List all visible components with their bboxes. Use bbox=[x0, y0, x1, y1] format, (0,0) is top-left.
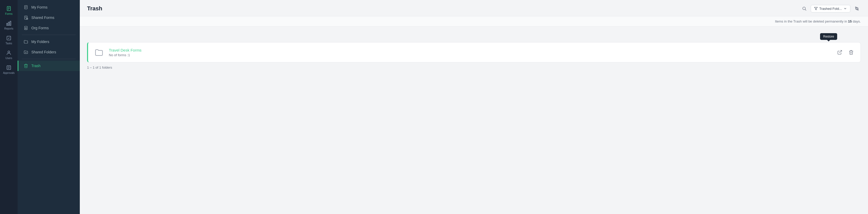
rail-label-users: Users bbox=[5, 57, 12, 60]
rail-label-tasks: Tasks bbox=[5, 42, 12, 45]
sidebar-label-org-forms: Org Forms bbox=[31, 26, 49, 30]
restore-tooltip: Restore bbox=[820, 33, 837, 40]
svg-line-26 bbox=[805, 9, 806, 10]
svg-point-8 bbox=[8, 51, 9, 53]
filter-dropdown[interactable]: Trashed Fold... bbox=[811, 5, 850, 12]
svg-point-22 bbox=[26, 27, 26, 28]
sidebar-item-my-forms[interactable]: My Forms bbox=[18, 2, 80, 12]
folder-card: Restore Travel Desk Forms No of forms :1 bbox=[87, 42, 861, 62]
folder-name[interactable]: Travel Desk Forms bbox=[109, 48, 836, 52]
svg-rect-9 bbox=[7, 66, 11, 70]
sidebar-label-my-forms: My Forms bbox=[31, 5, 48, 9]
sidebar: My Forms Shared Forms Org Forms My Folde… bbox=[18, 0, 80, 214]
notice-text: Items in the Trash will be deleted perma… bbox=[775, 20, 861, 23]
chevron-down-icon bbox=[843, 7, 847, 10]
rail-item-tasks[interactable]: Tasks bbox=[0, 33, 18, 48]
rail-item-approvals[interactable]: Approvals bbox=[0, 62, 18, 77]
svg-rect-5 bbox=[8, 22, 9, 25]
svg-rect-4 bbox=[7, 23, 8, 25]
content-area: Restore Travel Desk Forms No of forms :1 bbox=[80, 27, 868, 214]
main-area: Trash Trashed Fold... bbox=[80, 0, 868, 214]
pagination-text: 1 – 1 of 1 folders bbox=[87, 65, 112, 69]
rail-label-reports: Reports bbox=[4, 27, 13, 30]
svg-rect-6 bbox=[10, 21, 11, 26]
rail-label-forms: Forms bbox=[5, 12, 12, 15]
icon-rail: Forms Reports Tasks Users Approvals bbox=[0, 0, 18, 214]
sidebar-item-shared-forms[interactable]: Shared Forms bbox=[18, 12, 80, 23]
folder-card-info: Travel Desk Forms No of forms :1 bbox=[109, 48, 836, 57]
folder-actions bbox=[836, 48, 855, 57]
delete-folder-button[interactable] bbox=[847, 48, 855, 57]
sidebar-item-my-folders[interactable]: My Folders bbox=[18, 36, 80, 47]
pagination: 1 – 1 of 1 folders bbox=[87, 65, 861, 69]
topbar-actions: Trashed Fold... bbox=[800, 5, 861, 12]
filter-icon bbox=[814, 7, 818, 10]
sort-button[interactable] bbox=[853, 5, 861, 12]
page-title: Trash bbox=[87, 5, 102, 12]
svg-line-31 bbox=[839, 51, 842, 53]
open-folder-button[interactable] bbox=[836, 48, 844, 57]
svg-rect-21 bbox=[25, 26, 28, 30]
sidebar-label-shared-forms: Shared Forms bbox=[31, 16, 54, 20]
rail-label-approvals: Approvals bbox=[3, 71, 14, 74]
sidebar-item-org-forms[interactable]: Org Forms bbox=[18, 23, 80, 33]
notice-bar: Items in the Trash will be deleted perma… bbox=[80, 16, 868, 27]
filter-label: Trashed Fold... bbox=[819, 7, 842, 11]
topbar: Trash Trashed Fold... bbox=[80, 0, 868, 16]
sidebar-item-shared-folders[interactable]: Shared Folders bbox=[18, 47, 80, 57]
sidebar-label-shared-folders: Shared Folders bbox=[31, 50, 56, 54]
sidebar-item-trash[interactable]: Trash bbox=[18, 61, 80, 71]
folder-card-icon bbox=[93, 47, 105, 58]
notice-days: 15 bbox=[848, 20, 852, 23]
rail-item-users[interactable]: Users bbox=[0, 48, 18, 62]
svg-marker-27 bbox=[814, 7, 817, 10]
sidebar-divider bbox=[22, 35, 76, 35]
rail-item-reports[interactable]: Reports bbox=[0, 18, 18, 33]
rail-item-forms[interactable]: Forms bbox=[0, 3, 18, 18]
svg-point-25 bbox=[803, 7, 806, 10]
sidebar-label-trash: Trash bbox=[31, 64, 40, 68]
folder-meta: No of forms :1 bbox=[109, 53, 836, 57]
sidebar-label-my-folders: My Folders bbox=[31, 40, 49, 44]
search-button[interactable] bbox=[800, 5, 808, 12]
